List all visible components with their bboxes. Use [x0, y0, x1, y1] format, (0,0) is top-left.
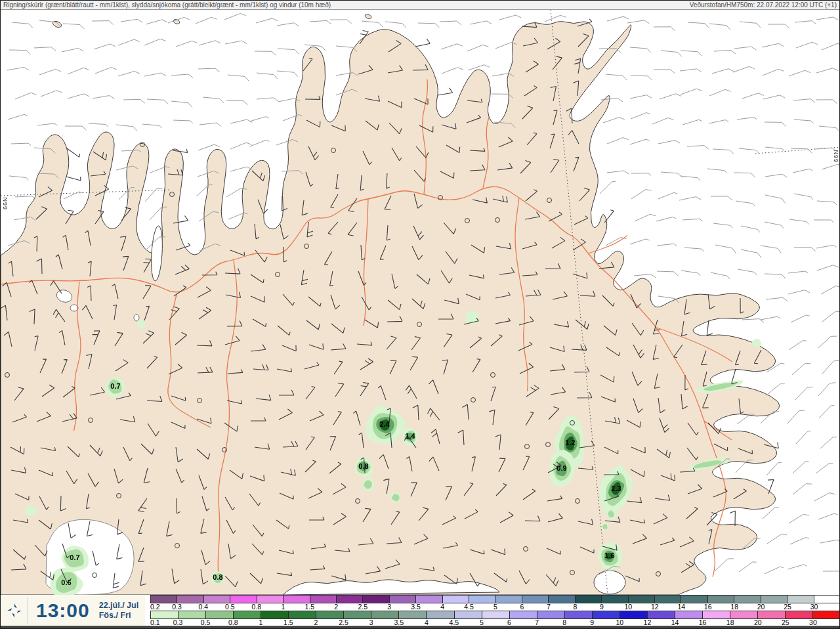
forecast-date: 22.júl./ Jul Fös./ Fri [99, 601, 138, 620]
header-bar: Rigning/skúrir (grænt/blátt/rautt - mm/1… [1, 1, 839, 10]
scale-tick-label: 3 [387, 603, 391, 611]
rain-scale-bar [150, 611, 840, 619]
scale-tick-label: 16 [704, 603, 712, 611]
scale-cell [537, 611, 565, 619]
date-line-2: Fös./ Fri [99, 611, 138, 620]
map-area: 66N 66N [1, 10, 840, 595]
scale-tick-label: 9 [600, 603, 604, 611]
latitude-label-left: 66N [2, 196, 9, 209]
scale-cell [495, 595, 522, 603]
scale-tick-label: 4.5 [464, 603, 474, 611]
scale-tick-label: 1.5 [304, 603, 314, 611]
scale-tick-label: 1 [281, 603, 285, 611]
legend-text: Rigning/skúrir (grænt/blátt/rautt - mm/1… [1, 1, 331, 9]
scale-tick-label: 0.2 [150, 603, 160, 611]
scale-cell [510, 611, 537, 619]
scale-tick-label: 8 [573, 603, 577, 611]
scale-tick-label: 0.4 [199, 603, 209, 611]
weather-map-canvas [1, 10, 840, 595]
scale-tick-label: 5 [494, 603, 497, 611]
scale-cell [565, 611, 593, 619]
scale-tick-label: 0.8 [252, 603, 262, 611]
scale-tick-label: 7 [547, 603, 551, 611]
scale-tick-label: 2.5 [358, 603, 368, 611]
vedurstofan-logo-icon [6, 602, 23, 619]
model-run-timestamp: Veðurstofan/HM750m: 22.07.2022 12:00 UTC… [690, 1, 839, 9]
bottom-border-strip [1, 626, 840, 629]
scale-tick-label: 14 [677, 603, 685, 611]
time-panel: 13:00 22.júl./ Jul Fös./ Fri [1, 595, 145, 626]
scale-cell [549, 595, 575, 603]
scale-tick-label: 3.5 [411, 603, 421, 611]
scale-cell [576, 595, 602, 603]
scale-tick-label: 20 [757, 603, 765, 611]
date-line-1: 22.júl./ Jul [99, 601, 138, 611]
scale-tick-label: 6 [520, 603, 524, 611]
scale-cell [522, 595, 549, 603]
scale-tick-label: 2 [334, 603, 338, 611]
scale-tick-label: 30 [810, 603, 818, 611]
scale-tick-label: 18 [730, 603, 738, 611]
scale-tick-label: 0.3 [172, 603, 182, 611]
footer-bar: 13:00 22.júl./ Jul Fös./ Fri 0.20.30.40.… [1, 595, 840, 626]
snow-scale-labels: 0.20.30.40.50.811.522.533.544.5567891012… [150, 603, 840, 611]
weather-map-page: Rigning/skúrir (grænt/blátt/rautt - mm/1… [0, 0, 840, 629]
scale-cell [813, 611, 840, 619]
scale-tick-label: 4 [440, 603, 444, 611]
scale-tick-label: 12 [651, 603, 659, 611]
scale-tick-label: 10 [624, 603, 632, 611]
scale-cell [482, 611, 510, 619]
forecast-time: 13:00 [36, 599, 90, 622]
divider [28, 597, 28, 624]
scale-tick-label: 25 [784, 603, 791, 611]
latitude-label-right: 66N [833, 149, 839, 162]
scale-tick-label: 0.5 [225, 603, 235, 611]
